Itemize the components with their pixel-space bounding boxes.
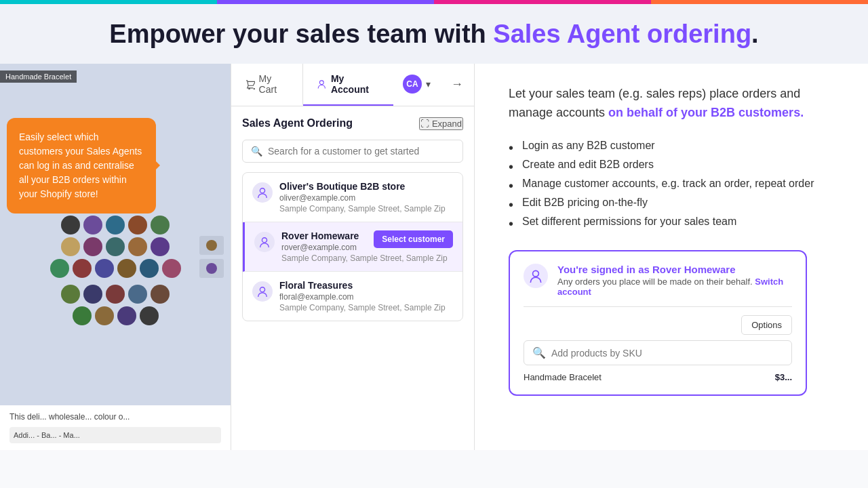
tab-cart[interactable]: My Cart	[231, 64, 303, 106]
customer-avatar	[252, 182, 273, 203]
product-row: Handmade Bracelet $3...	[524, 372, 792, 382]
customer-company: Sample Company, Sample Street, Sample Zi…	[281, 253, 453, 263]
bead	[128, 285, 147, 304]
main-content: Handmade Bracelet	[0, 64, 868, 450]
svg-point-3	[260, 188, 264, 192]
bullet-item: Edit B2B pricing on-the-fly	[509, 193, 834, 212]
customer-name: Oliver's Boutique B2B store	[279, 181, 453, 192]
expand-label: Expand	[432, 119, 462, 129]
hero-title-after: .	[751, 20, 759, 48]
product-row-name: Handmade Bracelet	[524, 372, 601, 382]
sao-title: Sales Agent Ordering	[242, 117, 353, 129]
expand-icon: ⛶	[420, 119, 429, 129]
chevron-down-icon: ▾	[426, 79, 431, 89]
top-color-bar	[0, 0, 868, 4]
product-additional: Addi... - Ba... - Ma...	[9, 427, 221, 443]
tab-cart-label: My Cart	[259, 73, 290, 95]
thumbnail-2[interactable]	[199, 259, 224, 278]
top-bar-segment-pink	[434, 0, 651, 4]
customer-company: Sample Company, Sample Street, Sample Zi…	[279, 303, 453, 312]
bead	[117, 259, 136, 278]
bead	[61, 285, 80, 304]
signed-in-text: You're signed in as Rover Homeware	[557, 264, 792, 275]
svg-point-6	[533, 270, 539, 277]
bead	[73, 306, 92, 325]
hero-title-highlight: Sales Agent ordering	[493, 20, 751, 48]
account-sub-text: Any orders you place will be made on the…	[557, 277, 792, 297]
bullet-item: Create and edit B2B orders	[509, 155, 834, 174]
benefits-list: Login as any B2B customer Create and edi…	[509, 136, 834, 231]
bead	[61, 237, 80, 256]
thumbnail-1[interactable]	[199, 236, 224, 255]
sao-header: Sales Agent Ordering ⛶ Expand	[242, 117, 463, 130]
bullet-item: Login as any B2B customer	[509, 136, 834, 155]
tabs-bar: My Cart My Account CA ▾ →	[231, 64, 474, 106]
tab-account-label: My Account	[331, 73, 380, 95]
customer-list: Oliver's Boutique B2B store oliver@examp…	[242, 172, 463, 321]
avatar-badge: CA	[403, 75, 422, 94]
account-card: You're signed in as Rover Homeware Any o…	[509, 250, 807, 396]
sku-search-input[interactable]	[551, 348, 783, 359]
benefits-intro-link: on behalf of your B2B customers.	[608, 106, 804, 119]
product-row-price: $3...	[775, 372, 792, 382]
product-info: This deli... wholesale... colour o... Ad…	[0, 405, 231, 450]
hero-title: Empower your sales team with Sales Agent…	[0, 19, 868, 50]
bead	[140, 259, 159, 278]
customer-company: Sample Company, Sample Street, Sample Zi…	[279, 204, 453, 214]
expand-button[interactable]: ⛶ Expand	[419, 117, 463, 130]
customer-email: oliver@example.com	[279, 193, 453, 203]
top-bar-segment-orange	[651, 0, 868, 4]
search-icon: 🔍	[251, 146, 262, 157]
account-icon	[317, 79, 327, 89]
account-card-avatar-icon	[528, 268, 543, 283]
sku-search-icon: 🔍	[532, 346, 546, 359]
svg-point-4	[262, 237, 267, 242]
bead	[50, 259, 69, 278]
svg-point-0	[206, 240, 217, 251]
cart-icon	[245, 79, 255, 89]
bead	[106, 216, 125, 235]
bead	[95, 259, 114, 278]
bullet-item: Set different permissions for your sales…	[509, 212, 834, 231]
select-customer-button[interactable]: Select customer	[374, 230, 453, 248]
tab-account[interactable]: My Account	[303, 64, 393, 106]
account-card-icon	[524, 264, 548, 288]
customer-item[interactable]: Floral Treasures floral@example.com Samp…	[243, 272, 462, 321]
bead	[106, 285, 125, 304]
customer-avatar-icon	[258, 236, 271, 248]
bead	[151, 285, 170, 304]
customer-avatar-icon	[256, 285, 269, 298]
right-panel: Let your sales team (e.g. sales reps) pl…	[475, 64, 868, 450]
account-text: You're signed in as Rover Homeware Any o…	[557, 264, 792, 297]
bead	[106, 237, 125, 256]
customer-search-input[interactable]	[268, 146, 454, 157]
bead	[140, 306, 159, 325]
customer-avatar	[252, 281, 273, 302]
bead	[128, 216, 147, 235]
top-bar-segment-purple	[217, 0, 434, 4]
top-bar-segment-blue	[0, 0, 217, 4]
bead	[95, 306, 114, 325]
left-panel: Handmade Bracelet	[0, 64, 231, 450]
card-divider	[524, 306, 792, 307]
benefits-intro: Let your sales team (e.g. sales reps) pl…	[509, 84, 834, 123]
customer-item[interactable]: Oliver's Boutique B2B store oliver@examp…	[243, 173, 462, 222]
hero-section: Empower your sales team with Sales Agent…	[0, 0, 868, 64]
bullet-item: Manage customer accounts, e.g. track an …	[509, 174, 834, 193]
bead	[73, 259, 92, 278]
customer-avatar	[254, 232, 275, 252]
product-add-info: Addi... - Ba... - Ma...	[14, 431, 217, 439]
bead	[83, 216, 102, 235]
bead	[128, 237, 147, 256]
customer-avatar-icon	[256, 186, 269, 199]
tab-avatar[interactable]: CA ▾	[393, 64, 440, 106]
tooltip-text: Easily select which customers your Sales…	[19, 131, 142, 199]
bead	[151, 237, 170, 256]
svg-point-5	[260, 287, 264, 291]
navigate-button[interactable]: →	[440, 64, 474, 106]
tooltip-bubble: Easily select which customers your Sales…	[7, 118, 156, 214]
options-button[interactable]: Options	[741, 315, 792, 335]
customer-info: Oliver's Boutique B2B store oliver@examp…	[279, 181, 453, 214]
svg-point-1	[206, 263, 217, 274]
customer-item-selected[interactable]: Rover Homeware rover@example.com Sample …	[243, 222, 462, 272]
